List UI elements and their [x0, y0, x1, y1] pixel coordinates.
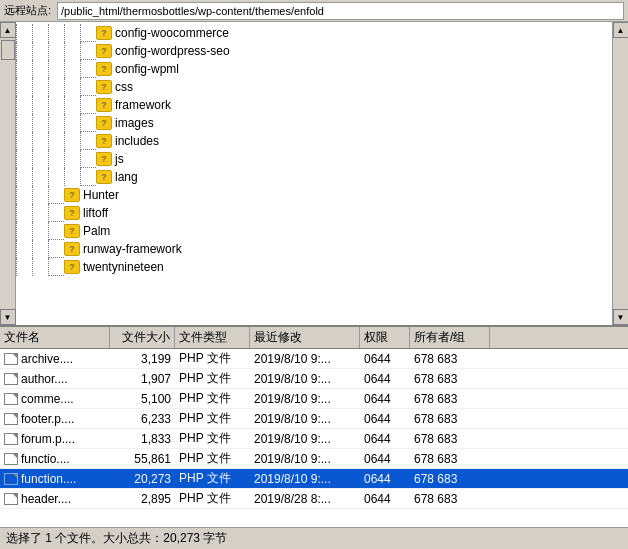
table-row[interactable]: author.... 1,907 PHP 文件 2019/8/10 9:... … — [0, 369, 628, 389]
scroll-up-arrow[interactable]: ▲ — [0, 22, 16, 38]
table-row[interactable]: comme.... 5,100 PHP 文件 2019/8/10 9:... 0… — [0, 389, 628, 409]
filename: footer.p.... — [21, 412, 74, 426]
filename: author.... — [21, 372, 68, 386]
tree-vline — [64, 60, 80, 78]
tree-vline — [32, 240, 48, 258]
file-cell-extra — [490, 409, 628, 428]
tree-label: includes — [115, 134, 159, 148]
tree-tee — [80, 150, 96, 168]
file-cell-owner: 678 683 — [410, 389, 490, 408]
file-cell-perms: 0644 — [360, 389, 410, 408]
th-type[interactable]: 文件类型 — [175, 327, 250, 348]
tree-tee — [80, 60, 96, 78]
tree-item[interactable]: css — [16, 78, 612, 96]
file-cell-perms: 0644 — [360, 369, 410, 388]
file-cell-extra — [490, 469, 628, 488]
file-cell-name: archive.... — [0, 349, 110, 368]
file-cell-modified: 2019/8/10 9:... — [250, 429, 360, 448]
th-name[interactable]: 文件名 — [0, 327, 110, 348]
tree-tee — [80, 114, 96, 132]
th-modified[interactable]: 最近修改 — [250, 327, 360, 348]
filename: archive.... — [21, 352, 73, 366]
tree-item[interactable]: lang — [16, 168, 612, 186]
folder-icon — [64, 242, 80, 256]
tree-scroll-up[interactable]: ▲ — [613, 22, 629, 38]
table-row[interactable]: forum.p.... 1,833 PHP 文件 2019/8/10 9:...… — [0, 429, 628, 449]
th-perms[interactable]: 权限 — [360, 327, 410, 348]
file-cell-modified: 2019/8/28 8:... — [250, 489, 360, 508]
file-cell-perms: 0644 — [360, 409, 410, 428]
file-cell-extra — [490, 369, 628, 388]
table-row[interactable]: header.... 2,895 PHP 文件 2019/8/28 8:... … — [0, 489, 628, 509]
file-cell-extra — [490, 429, 628, 448]
tree-item[interactable]: config-wpml — [16, 60, 612, 78]
tree-label: liftoff — [83, 206, 108, 220]
file-cell-type: PHP 文件 — [175, 429, 250, 448]
table-row[interactable]: functio.... 55,861 PHP 文件 2019/8/10 9:..… — [0, 449, 628, 469]
file-cell-perms: 0644 — [360, 449, 410, 468]
tree-content: config-woocommerceconfig-wordpress-seoco… — [16, 22, 612, 325]
table-row[interactable]: archive.... 3,199 PHP 文件 2019/8/10 9:...… — [0, 349, 628, 369]
file-cell-modified: 2019/8/10 9:... — [250, 449, 360, 468]
file-cell-type: PHP 文件 — [175, 389, 250, 408]
tree-item[interactable]: Hunter — [16, 186, 612, 204]
tree-item[interactable]: config-wordpress-seo — [16, 42, 612, 60]
tree-vline — [16, 132, 32, 150]
file-cell-extra — [490, 349, 628, 368]
tree-item[interactable]: runway-framework — [16, 240, 612, 258]
table-row[interactable]: function.... 20,273 PHP 文件 2019/8/10 9:.… — [0, 469, 628, 489]
tree-vline — [16, 150, 32, 168]
tree-vline — [16, 258, 32, 276]
tree-vline — [16, 24, 32, 42]
tree-vline — [64, 24, 80, 42]
file-cell-name: footer.p.... — [0, 409, 110, 428]
tree-vline — [16, 240, 32, 258]
tree-item[interactable]: twentynineteen — [16, 258, 612, 276]
remote-site-label: 远程站点: — [4, 3, 51, 18]
file-cell-size: 55,861 — [110, 449, 175, 468]
file-cell-owner: 678 683 — [410, 429, 490, 448]
tree-item[interactable]: images — [16, 114, 612, 132]
file-cell-perms: 0644 — [360, 429, 410, 448]
th-size[interactable]: 文件大小 — [110, 327, 175, 348]
tree-tee — [48, 186, 64, 204]
file-cell-size: 20,273 — [110, 469, 175, 488]
file-cell-modified: 2019/8/10 9:... — [250, 369, 360, 388]
tree-vline — [16, 222, 32, 240]
folder-icon — [96, 26, 112, 40]
tree-vline — [32, 60, 48, 78]
tree-item[interactable]: framework — [16, 96, 612, 114]
tree-item[interactable]: config-woocommerce — [16, 24, 612, 42]
tree-label: images — [115, 116, 154, 130]
table-header: 文件名 文件大小 文件类型 最近修改 权限 所有者/组 — [0, 327, 628, 349]
tree-vline — [64, 168, 80, 186]
folder-icon — [96, 44, 112, 58]
tree-scroll-down[interactable]: ▼ — [613, 309, 629, 325]
tree-vline — [32, 78, 48, 96]
file-cell-owner: 678 683 — [410, 449, 490, 468]
file-cell-extra — [490, 489, 628, 508]
file-cell-owner: 678 683 — [410, 369, 490, 388]
tree-vline — [32, 150, 48, 168]
tree-vline — [64, 132, 80, 150]
scroll-down-arrow[interactable]: ▼ — [0, 309, 16, 325]
tree-item[interactable]: liftoff — [16, 204, 612, 222]
tree-label: config-wpml — [115, 62, 179, 76]
th-owner[interactable]: 所有者/组 — [410, 327, 490, 348]
tree-label: Palm — [83, 224, 110, 238]
status-bar: 选择了 1 个文件。大小总共：20,273 字节 — [0, 527, 628, 549]
tree-item[interactable]: js — [16, 150, 612, 168]
scroll-thumb[interactable] — [1, 40, 15, 60]
tree-vline — [32, 132, 48, 150]
tree-item[interactable]: Palm — [16, 222, 612, 240]
remote-path-input[interactable] — [57, 2, 624, 20]
left-scrollbar[interactable]: ▲ ▼ — [0, 22, 16, 325]
right-scrollbar[interactable]: ▲ ▼ — [612, 22, 628, 325]
tree-label: twentynineteen — [83, 260, 164, 274]
file-cell-perms: 0644 — [360, 469, 410, 488]
tree-vline — [32, 222, 48, 240]
tree-item[interactable]: includes — [16, 132, 612, 150]
tree-tee — [80, 42, 96, 60]
table-row[interactable]: footer.p.... 6,233 PHP 文件 2019/8/10 9:..… — [0, 409, 628, 429]
file-icon — [4, 433, 18, 445]
